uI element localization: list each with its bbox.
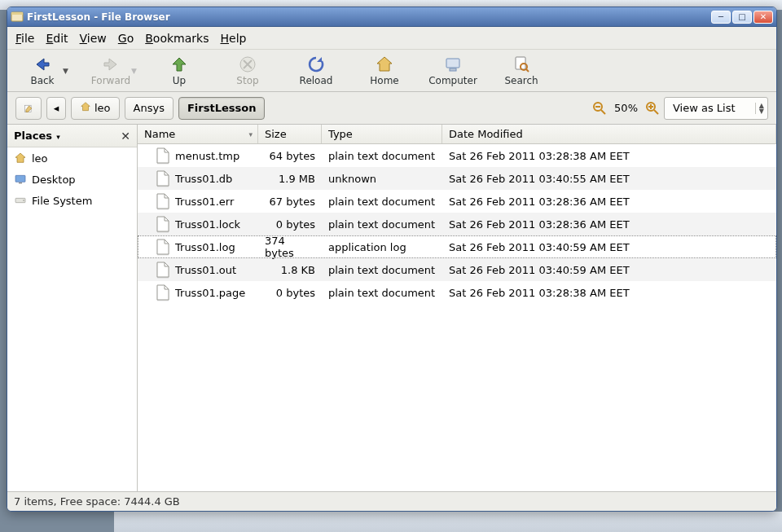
background-bottom — [114, 512, 782, 532]
cell-date: Sat 26 Feb 2011 03:28:36 AM EET — [442, 218, 776, 231]
minimize-button[interactable]: ─ — [711, 11, 731, 24]
sidebar-item-filesystem[interactable]: File System — [7, 190, 137, 211]
table-row[interactable]: Truss01.db1.9 MBunknownSat 26 Feb 2011 0… — [138, 167, 776, 190]
reload-button[interactable]: Reload — [286, 51, 346, 90]
cell-name: Truss01.page — [138, 284, 258, 301]
menubar: File Edit View Go Bookmarks Help — [7, 27, 776, 50]
toolbar: ▼ Back ▼ Forward Up Stop Reload Home Com… — [7, 50, 776, 92]
close-button[interactable]: ✕ — [753, 11, 773, 24]
home-icon — [80, 101, 91, 115]
column-name[interactable]: Name ▾ — [138, 125, 258, 143]
sidebar-header[interactable]: Places ▾ ✕ — [7, 125, 137, 147]
dropdown-icon[interactable]: ▼ — [63, 67, 68, 75]
cell-date: Sat 26 Feb 2011 03:40:59 AM EET — [442, 241, 776, 253]
search-label: Search — [504, 75, 538, 86]
cell-name: menust.tmp — [138, 147, 258, 164]
menu-edit[interactable]: Edit — [46, 32, 68, 45]
cell-type: plain text document — [322, 196, 442, 208]
table-row[interactable]: Truss01.page0 bytesplain text documentSa… — [138, 281, 776, 304]
zoom-out-icon[interactable] — [593, 102, 606, 115]
sidebar-item-desktop[interactable]: Desktop — [7, 169, 137, 190]
desktop-icon — [14, 173, 27, 186]
edit-path-button[interactable] — [15, 97, 42, 120]
crumb-home[interactable]: leo — [71, 97, 120, 120]
table-row[interactable]: Truss01.lock0 bytesplain text documentSa… — [138, 213, 776, 235]
file-icon — [156, 216, 170, 232]
path-back-button[interactable]: ◂ — [46, 97, 66, 120]
titlebar[interactable]: FirstLesson - File Browser ─ □ ✕ — [7, 7, 776, 27]
cell-name: Truss01.err — [138, 193, 258, 209]
crumb-firstlesson[interactable]: FirstLesson — [178, 97, 265, 120]
svg-line-9 — [526, 69, 529, 72]
sidebar-close-button[interactable]: ✕ — [121, 130, 130, 143]
status-text: 7 items, Free space: 7444.4 GB — [14, 495, 180, 508]
zoom-in-icon[interactable] — [646, 102, 659, 115]
file-name: Truss01.err — [175, 196, 234, 208]
cell-date: Sat 26 Feb 2011 03:28:38 AM EET — [442, 287, 776, 299]
view-mode-spinner[interactable]: ▲▼ — [755, 103, 764, 114]
sidebar-item-leo[interactable]: leo — [7, 147, 137, 169]
file-name: Truss01.db — [175, 173, 232, 185]
column-date[interactable]: Date Modified — [442, 125, 776, 143]
search-button[interactable]: Search — [491, 51, 551, 90]
window-controls: ─ □ ✕ — [711, 11, 773, 24]
app-icon — [11, 11, 24, 24]
svg-rect-6 — [450, 68, 456, 71]
cell-name: Truss01.lock — [138, 216, 258, 232]
cell-name: Truss01.db — [138, 170, 258, 187]
computer-button[interactable]: Computer — [423, 51, 483, 90]
crumb-ansys[interactable]: Ansys — [125, 97, 174, 120]
column-size[interactable]: Size — [258, 125, 322, 143]
back-button[interactable]: ▼ Back — [12, 51, 72, 90]
file-name: Truss01.out — [175, 264, 236, 276]
home-button[interactable]: Home — [354, 51, 415, 90]
cell-type: plain text document — [322, 150, 442, 162]
file-icon — [156, 170, 170, 187]
cell-date: Sat 26 Feb 2011 03:40:55 AM EET — [442, 173, 776, 185]
up-button[interactable]: Up — [149, 51, 209, 90]
file-browser-window: FirstLesson - File Browser ─ □ ✕ File Ed… — [7, 7, 777, 512]
stop-icon — [238, 55, 257, 74]
menu-go[interactable]: Go — [118, 32, 134, 45]
table-row[interactable]: Truss01.out1.8 KBplain text documentSat … — [138, 258, 776, 281]
cell-size: 1.8 KB — [258, 264, 322, 276]
window-title: FirstLesson - File Browser — [27, 11, 711, 23]
file-name: Truss01.log — [175, 241, 235, 253]
file-icon — [156, 284, 170, 301]
forward-button: ▼ Forward — [81, 51, 141, 90]
sidebar-item-label: leo — [32, 152, 48, 165]
table-row[interactable]: Truss01.log374 bytesapplication logSat 2… — [138, 235, 776, 258]
home-icon — [14, 152, 27, 165]
sidebar-header-label: Places — [14, 130, 52, 142]
view-mode-select[interactable]: View as List ▲▼ — [664, 97, 768, 120]
cell-type: unknown — [322, 173, 442, 185]
column-type[interactable]: Type — [322, 125, 442, 143]
view-mode-label: View as List — [673, 102, 736, 114]
menu-view[interactable]: View — [80, 32, 107, 45]
cell-type: application log — [322, 241, 442, 253]
file-rows[interactable]: menust.tmp64 bytesplain text documentSat… — [138, 144, 776, 491]
dropdown-icon: ▼ — [131, 67, 137, 75]
statusbar: 7 items, Free space: 7444.4 GB — [7, 491, 776, 511]
menu-bookmarks[interactable]: Bookmarks — [145, 32, 209, 45]
table-row[interactable]: Truss01.err67 bytesplain text documentSa… — [138, 190, 776, 213]
main-area: Places ▾ ✕ leo Desktop File System Name … — [7, 125, 776, 491]
maximize-button[interactable]: □ — [732, 11, 752, 24]
file-icon — [156, 262, 170, 278]
table-row[interactable]: menust.tmp64 bytesplain text documentSat… — [138, 144, 776, 167]
cell-type: plain text document — [322, 287, 442, 299]
up-icon — [169, 55, 189, 74]
forward-icon — [101, 55, 121, 74]
file-name: Truss01.lock — [175, 218, 240, 231]
menu-file[interactable]: File — [15, 32, 34, 45]
svg-line-12 — [601, 110, 605, 114]
menu-help[interactable]: Help — [220, 32, 246, 45]
home-icon — [375, 55, 394, 74]
back-icon — [33, 55, 52, 74]
forward-label: Forward — [91, 75, 130, 86]
cell-size: 67 bytes — [258, 196, 322, 208]
computer-label: Computer — [428, 75, 477, 86]
svg-line-15 — [654, 110, 658, 114]
column-name-label: Name — [144, 128, 175, 140]
location-bar: ◂ leo Ansys FirstLesson 50% View as List… — [7, 92, 776, 125]
